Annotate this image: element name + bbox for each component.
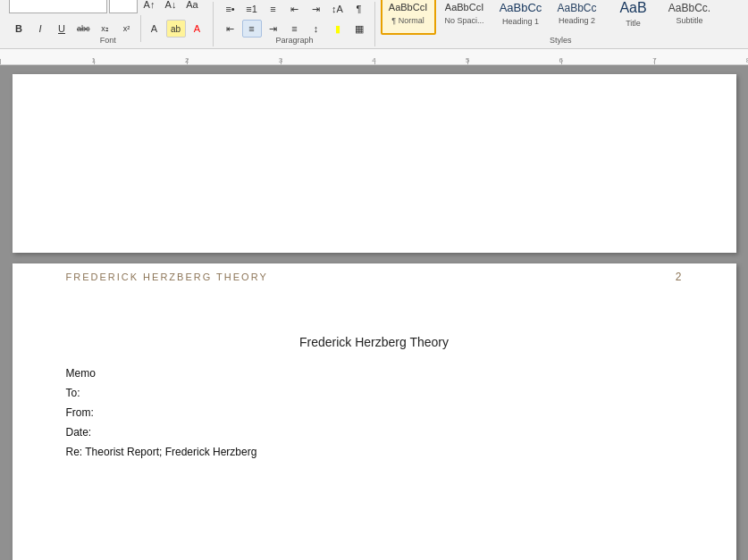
paragraph-section-label: Paragraph [215,36,374,45]
memo-label: Memo [66,367,96,380]
from-field: From: [66,406,683,419]
style-item-heading2[interactable]: AaBbCcHeading 2 [550,0,605,35]
style-label-title: Title [626,19,641,28]
font-name-input[interactable]: Calibri [9,0,107,13]
align-left-button[interactable]: ⇤ [221,20,240,38]
style-item-no-spacing[interactable]: AaBbCcINo Spaci... [437,0,492,35]
show-para-button[interactable]: ¶ [349,0,369,18]
multilevel-button[interactable]: ≡ [264,0,283,18]
page-content: Frederick Herzberg Theory Memo To: From:… [13,299,736,560]
style-item-heading1[interactable]: AaBbCcHeading 1 [493,0,549,35]
document-title: Frederick Herzberg Theory [66,335,683,349]
to-field: To: [66,387,683,399]
sort-button[interactable]: ↕A [328,0,348,18]
font-section: Calibri 11 A↑ A↓ Aa B I U abc x₂ x² A ab [4,2,214,46]
increase-indent-button[interactable]: ⇥ [307,0,326,18]
paragraph-section: ≡• ≡1 ≡ ⇤ ⇥ ↕A ¶ ⇤ ≡ ⇥ ≡ ↕ ▮ ▦ [215,2,375,46]
align-right-button[interactable]: ⇥ [264,20,283,38]
strikethrough-button[interactable]: abc [73,20,94,38]
page-2: FREDERICK HERZBERG THEORY 2 Frederick He… [13,263,736,560]
style-label-no-spacing: No Spaci... [445,16,484,25]
decrease-font-button[interactable]: A↓ [161,0,181,13]
underline-button[interactable]: U [52,20,71,38]
borders-button[interactable]: ▦ [349,20,369,38]
change-case-button[interactable]: Aa [182,0,202,13]
clear-format-button[interactable]: A [145,20,164,38]
subscript-button[interactable]: x₂ [96,20,115,38]
header-title: FREDERICK HERZBERG THEORY [66,272,268,282]
font-size-input[interactable]: 11 [109,0,138,13]
to-label: To: [66,387,80,399]
decrease-indent-button[interactable]: ⇤ [285,0,305,18]
styles-section: AaBbCcI¶ NormalAaBbCcINo Spaci...AaBbCcH… [377,2,744,46]
numbering-button[interactable]: ≡1 [242,0,262,18]
line-spacing-button[interactable]: ↕ [307,20,326,38]
shading-button[interactable]: ▮ [328,20,348,38]
page-1 [13,74,736,253]
highlight-button[interactable]: ab [166,20,186,38]
ruler: 12345678 [0,49,748,65]
align-center-button[interactable]: ≡ [242,20,262,38]
document-area: FREDERICK HERZBERG THEORY 2 Frederick He… [0,65,748,560]
styles-section-label: Styles [377,36,744,45]
date-label: Date: [66,426,92,439]
bullets-button[interactable]: ≡• [221,0,240,18]
bold-button[interactable]: B [9,20,29,38]
style-item-normal[interactable]: AaBbCcI¶ Normal [381,0,436,35]
font-color-button[interactable]: A [188,20,207,38]
style-label-subtitle: Subtitle [677,16,703,25]
italic-button[interactable]: I [30,20,50,38]
re-field: Re: Theorist Report; Frederick Herzberg [66,446,683,458]
style-item-subtitle[interactable]: AaBbCc.Subtitle [662,0,718,35]
style-label-heading2: Heading 2 [559,16,595,25]
superscript-button[interactable]: x² [117,20,137,38]
style-label-heading1: Heading 1 [502,17,539,26]
page-header: FREDERICK HERZBERG THEORY 2 [13,263,736,290]
re-label: Re: Theorist Report; Frederick Herzberg [66,446,257,458]
increase-font-button[interactable]: A↑ [139,0,159,13]
memo-field: Memo [66,367,683,380]
font-section-label: Font [4,36,213,45]
from-label: From: [66,406,94,419]
header-page-number: 2 [676,271,683,283]
date-field: Date: [66,426,683,439]
style-label-normal: ¶ Normal [391,16,424,25]
justify-button[interactable]: ≡ [285,20,305,38]
toolbar: Calibri 11 A↑ A↓ Aa B I U abc x₂ x² A ab [0,0,748,49]
style-item-title[interactable]: AaBTitle [606,0,661,35]
